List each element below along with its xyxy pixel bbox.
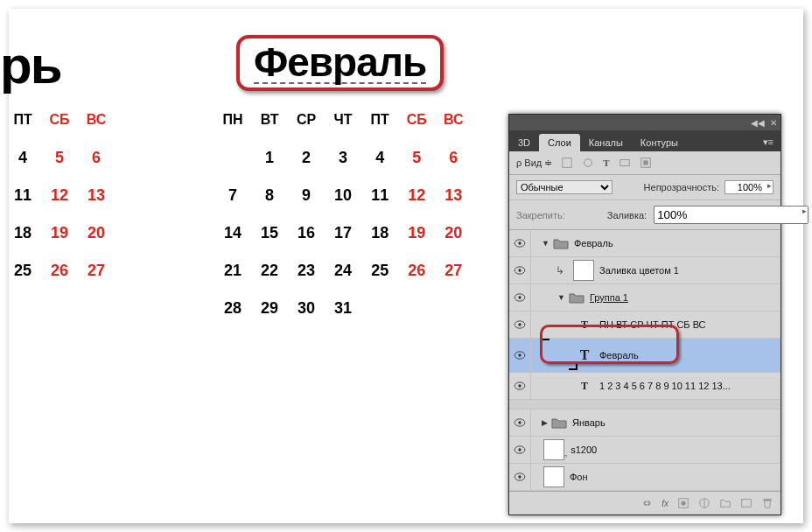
mask-icon[interactable]	[677, 497, 690, 509]
blend-mode-select[interactable]: Обычные	[516, 180, 612, 194]
svg-point-22	[518, 448, 521, 451]
fx-icon[interactable]: fx	[662, 499, 668, 508]
layer-weekdays-text[interactable]: T ПН ВТ СР ЧТ ПТ СБ ВС	[509, 312, 780, 339]
date-cell: 18	[362, 210, 397, 246]
filter-kind-label[interactable]: ρ Вид ≑	[516, 158, 552, 169]
close-icon[interactable]: ✕	[770, 118, 777, 128]
opacity-input[interactable]	[724, 180, 774, 194]
visibility-toggle[interactable]	[509, 284, 531, 311]
svg-point-12	[518, 296, 521, 298]
layer-name[interactable]: s1200	[570, 444, 597, 455]
svg-point-14	[518, 323, 521, 326]
tab-layers[interactable]: Слои	[539, 134, 580, 151]
date-cell: 4	[5, 135, 40, 171]
disclosure-icon[interactable]: ▼	[542, 239, 550, 248]
visibility-toggle[interactable]	[509, 230, 531, 256]
date-cell: 24	[326, 248, 360, 284]
document-canvas: рь Февраль ПТ СБ ВС 456 111213 181920 25…	[9, 9, 803, 523]
layer-numbers-text[interactable]: T 1 2 3 4 5 6 7 8 9 10 11 12 13...	[509, 373, 780, 400]
date-cell	[436, 285, 471, 321]
date-cell: 19	[399, 210, 434, 246]
visibility-toggle[interactable]	[509, 410, 531, 436]
date-cell: 26	[399, 248, 434, 284]
date-cell: 20	[436, 210, 471, 246]
layer-group-1[interactable]: ▼ Группа 1	[509, 284, 780, 312]
layer-group-feb[interactable]: ▼ Февраль	[509, 230, 780, 257]
panel-header: ◀◀ ✕	[509, 115, 780, 130]
panel-menu-icon[interactable]: ▾≡	[756, 133, 780, 151]
new-layer-icon[interactable]	[740, 497, 752, 509]
svg-rect-4	[643, 160, 648, 164]
filter-pixel-icon[interactable]	[561, 157, 573, 169]
filter-text-icon[interactable]: T	[603, 158, 609, 168]
visibility-toggle[interactable]	[509, 257, 531, 284]
layer-background[interactable]: Фон	[509, 464, 780, 491]
day-header: СР	[289, 107, 324, 133]
svg-point-26	[681, 500, 685, 505]
layer-name[interactable]: 1 2 3 4 5 6 7 8 9 10 11 12 13...	[599, 381, 731, 391]
filter-shape-icon[interactable]	[619, 157, 631, 169]
date-cell: 25	[362, 248, 397, 284]
layer-thumbnail[interactable]	[543, 466, 564, 487]
tab-paths[interactable]: Контуры	[632, 134, 687, 151]
disclosure-icon[interactable]: ▶	[542, 418, 548, 427]
date-cell: 28	[215, 285, 250, 321]
layer-thumbnail[interactable]	[573, 260, 594, 281]
date-cell: 23	[289, 248, 324, 284]
delete-icon[interactable]	[761, 497, 774, 509]
visibility-toggle[interactable]	[509, 339, 531, 372]
month-title-highlight[interactable]: Февраль	[236, 35, 444, 91]
layers-bottom-bar: fx	[509, 491, 780, 514]
tab-channels[interactable]: Каналы	[580, 134, 632, 151]
date-cell: 16	[289, 210, 324, 246]
disclosure-icon[interactable]: ▼	[557, 293, 565, 302]
date-cell: 29	[252, 285, 287, 321]
filter-adjustment-icon[interactable]	[582, 157, 594, 169]
folder-icon	[551, 416, 567, 429]
visibility-toggle[interactable]	[509, 312, 531, 338]
layer-name[interactable]: Февраль	[599, 350, 639, 360]
fill-input[interactable]	[654, 206, 808, 224]
day-header: ПТ	[362, 107, 397, 133]
text-layer-icon: T	[575, 376, 594, 396]
layer-name[interactable]: Заливка цветом 1	[599, 265, 679, 276]
date-cell: 9	[289, 172, 324, 208]
layer-name[interactable]: Январь	[572, 417, 606, 428]
layer-group-jan[interactable]: ▶ Январь	[509, 410, 780, 437]
visibility-toggle[interactable]	[509, 373, 531, 399]
date-cell: 26	[42, 248, 77, 284]
adjustment-icon[interactable]	[698, 497, 710, 509]
group-icon[interactable]	[719, 497, 732, 509]
collapse-icon[interactable]: ◀◀	[751, 118, 765, 128]
date-cell: 6	[79, 135, 114, 171]
smart-object-icon: ▫	[564, 452, 567, 460]
layer-february-text-selected[interactable]: T Февраль	[509, 339, 780, 373]
layer-name[interactable]: Фон	[570, 472, 588, 482]
layer-fill-color[interactable]: ↳ Заливка цветом 1	[509, 257, 780, 284]
date-cell: 27	[79, 248, 114, 284]
layer-s1200[interactable]: ▫ s1200	[509, 437, 780, 464]
visibility-toggle[interactable]	[509, 464, 531, 490]
tab-3d[interactable]: 3D	[509, 134, 539, 151]
date-cell: 25	[5, 248, 40, 284]
text-layer-icon: T	[575, 315, 594, 334]
visibility-toggle[interactable]	[509, 437, 531, 463]
svg-point-8	[518, 242, 521, 244]
layer-name[interactable]: Февраль	[574, 238, 613, 248]
svg-rect-0	[563, 158, 572, 168]
layers-panel[interactable]: ◀◀ ✕ 3D Слои Каналы Контуры ▾≡ ρ Вид ≑ T…	[508, 114, 781, 515]
date-cell: 11	[5, 172, 40, 208]
day-header: ЧТ	[326, 107, 360, 133]
filter-row: ρ Вид ≑ T	[509, 151, 780, 175]
lock-row: Закрепить: Заливка:	[509, 200, 780, 230]
link-layers-icon[interactable]	[640, 497, 653, 509]
month-title-text[interactable]: Февраль	[254, 42, 426, 84]
layer-name[interactable]: Группа 1	[590, 292, 628, 303]
filter-smart-icon[interactable]	[640, 157, 652, 169]
date-cell: 21	[215, 248, 250, 284]
layer-name[interactable]: ПН ВТ СР ЧТ ПТ СБ ВС	[599, 319, 706, 330]
clip-indicator-icon: ↳	[556, 264, 564, 276]
date-cell: 4	[362, 135, 397, 171]
layer-thumbnail[interactable]	[543, 439, 564, 460]
date-cell: 13	[79, 172, 114, 208]
